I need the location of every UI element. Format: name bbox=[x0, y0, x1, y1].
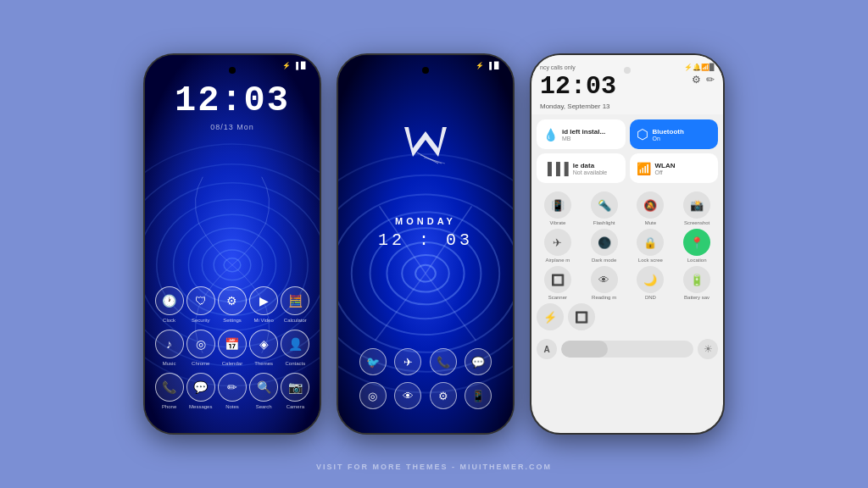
screenshot-label: Screenshot bbox=[684, 220, 709, 225]
app-grid-1: 🕐 Clock 🛡 Security ⚙ Settings ▶ Mi Video bbox=[153, 286, 311, 416]
tile-data[interactable]: 💧 id left instal... MB bbox=[537, 119, 626, 149]
dock-telegram[interactable]: ✈ bbox=[394, 348, 421, 375]
darkmode-label: Dark mode bbox=[592, 258, 616, 263]
bt-icon-2: ⚡ bbox=[476, 62, 484, 69]
toggle-scanner[interactable]: 🔲 Scanner bbox=[537, 266, 579, 300]
lockscreen-label: Lock scree bbox=[638, 258, 663, 263]
phones-container: ⚡ ▐ ▉ 12:03 08/13 Mon 🕐 Clock bbox=[0, 0, 868, 488]
svg-marker-23 bbox=[404, 127, 447, 157]
app-clock-label: Clock bbox=[163, 318, 175, 323]
toggle-dnd[interactable]: 🌙 DND bbox=[630, 266, 672, 300]
dock-browser[interactable]: ◎ bbox=[359, 382, 387, 409]
mute-icon: 🔕 bbox=[637, 191, 664, 219]
watermark: VISIT FOR MORE THEMES - MIUITHEMER.COM bbox=[0, 463, 868, 471]
toggle-flashlight[interactable]: 🔦 Flashlight bbox=[583, 191, 626, 225]
toggle-extra2[interactable]: 🔲 bbox=[568, 303, 595, 330]
dock-twitter[interactable]: 🐦 bbox=[359, 348, 387, 375]
app-chrome[interactable]: ◎ Chrome bbox=[186, 330, 216, 366]
extra2-icon: 🔲 bbox=[568, 303, 595, 330]
brightness-fill bbox=[561, 341, 608, 358]
app-search[interactable]: 🔍 Search bbox=[248, 373, 279, 409]
camera-quick-icon[interactable]: ⚙ bbox=[692, 74, 701, 86]
app-calendar-icon: 📅 bbox=[218, 330, 247, 358]
toggle-airplane[interactable]: ✈ Airplane m bbox=[537, 229, 579, 263]
dock-whatsapp[interactable]: 📱 bbox=[465, 382, 492, 409]
phone1-clock: 12:03 bbox=[145, 80, 320, 121]
app-contacts-label: Contacts bbox=[286, 361, 306, 366]
app-mivideo[interactable]: ▶ Mi Video bbox=[248, 286, 279, 323]
battery-icon: ▉ bbox=[301, 62, 306, 69]
tile-data-sub: MB bbox=[562, 136, 619, 141]
app-clock[interactable]: 🕐 Clock bbox=[154, 286, 185, 323]
w-logo-icon bbox=[400, 123, 451, 165]
toggle-lockscreen[interactable]: 🔒 Lock scree bbox=[630, 229, 672, 263]
dock-facebook[interactable]: 👁 bbox=[394, 382, 421, 409]
app-row-2: ♪ Music ◎ Chrome 📅 Calendar ◈ Themes bbox=[153, 330, 311, 366]
svg-point-3 bbox=[202, 240, 262, 290]
dock-row-2: ◎ 👁 ⚙ 📱 bbox=[338, 382, 513, 409]
app-calculator-label: Calculator bbox=[284, 318, 307, 323]
app-camera-label: Camera bbox=[287, 404, 304, 409]
tile-mobile-sub: Not available bbox=[573, 169, 619, 175]
app-camera[interactable]: 📷 Camera bbox=[280, 373, 310, 409]
app-messages-icon: 💬 bbox=[186, 373, 215, 402]
toggle-mute[interactable]: 🔕 Mute bbox=[630, 191, 672, 225]
toggle-extra1[interactable]: ⚡ bbox=[537, 303, 564, 330]
app-phone-icon: 📞 bbox=[155, 373, 184, 402]
phone3-header-icons: ⚙ ✏ bbox=[692, 74, 715, 86]
notif-text: ncy calls only bbox=[540, 64, 576, 70]
tile-wlan-text: WLAN Off bbox=[655, 162, 712, 175]
dock-messages[interactable]: 💬 bbox=[465, 348, 492, 375]
battery-sav-icon: 🔋 bbox=[683, 266, 710, 293]
app-mivideo-label: Mi Video bbox=[254, 318, 274, 323]
brightness-bar[interactable] bbox=[561, 341, 693, 358]
tile-bluetooth[interactable]: ⬡ Bluetooth On bbox=[630, 119, 719, 149]
app-notes-label: Notes bbox=[225, 404, 239, 409]
status-icons-2: ⚡ ▐ ▉ bbox=[476, 62, 499, 69]
app-security[interactable]: 🛡 Security bbox=[186, 286, 216, 323]
svg-point-12 bbox=[402, 255, 449, 292]
edit-icon[interactable]: ✏ bbox=[706, 74, 715, 86]
scanner-label: Scanner bbox=[548, 295, 567, 300]
brightness-a-button[interactable]: A bbox=[537, 339, 557, 359]
toggle-reading[interactable]: 👁 Reading m bbox=[583, 266, 626, 300]
tile-wlan[interactable]: 📶 WLAN Off bbox=[630, 153, 719, 183]
toggle-screenshot[interactable]: 📸 Screenshot bbox=[676, 191, 718, 225]
app-themes[interactable]: ◈ Themes bbox=[248, 330, 279, 366]
app-row-1: 🕐 Clock 🛡 Security ⚙ Settings ▶ Mi Video bbox=[153, 286, 311, 323]
phone-1-screen: ⚡ ▐ ▉ 12:03 08/13 Mon 🕐 Clock bbox=[145, 55, 320, 433]
dnd-icon: 🌙 bbox=[637, 266, 664, 293]
app-phone[interactable]: 📞 Phone bbox=[154, 373, 185, 409]
bluetooth-icon: ⚡ bbox=[282, 62, 291, 69]
lightning-icon: ⚡ bbox=[537, 303, 564, 330]
toggle-battery[interactable]: 🔋 Battery sav bbox=[676, 266, 718, 300]
tile-bt-label: Bluetooth bbox=[653, 128, 712, 136]
app-messages[interactable]: 💬 Messages bbox=[186, 373, 216, 409]
app-settings-label: Settings bbox=[223, 318, 242, 323]
tile-mobile-text: le data Not available bbox=[573, 162, 619, 175]
toggle-vibrate[interactable]: 📳 Vibrate bbox=[537, 191, 579, 225]
location-icon: 📍 bbox=[683, 229, 710, 256]
app-notes[interactable]: ✏ Notes bbox=[217, 373, 248, 409]
svg-point-11 bbox=[415, 265, 436, 282]
dock-phone[interactable]: 📞 bbox=[430, 348, 457, 375]
app-contacts[interactable]: 👤 Contacts bbox=[280, 330, 310, 366]
tile-bt-text: Bluetooth On bbox=[653, 128, 712, 141]
reading-label: Reading m bbox=[592, 295, 616, 300]
app-music[interactable]: ♪ Music bbox=[154, 330, 185, 366]
toggle-location[interactable]: 📍 Location bbox=[676, 229, 718, 263]
toggle-darkmode[interactable]: 🌑 Dark mode bbox=[583, 229, 626, 263]
app-phone-label: Phone bbox=[162, 404, 176, 409]
tile-mobile-data[interactable]: ▐▐▐ le data Not available bbox=[537, 153, 626, 183]
phone3-header: ncy calls only ⚡🔔📶▉ 12:03 Monday, Septem… bbox=[531, 55, 723, 114]
svg-line-21 bbox=[426, 274, 476, 341]
dock-settings2[interactable]: ⚙ bbox=[430, 382, 457, 409]
svg-point-2 bbox=[214, 250, 251, 280]
vibrate-icon: 📳 bbox=[544, 191, 571, 219]
app-clock-icon: 🕐 bbox=[155, 286, 184, 315]
airplane-icon: ✈ bbox=[544, 229, 571, 256]
app-calendar[interactable]: 📅 Calendar bbox=[217, 330, 248, 366]
app-settings[interactable]: ⚙ Settings bbox=[217, 286, 248, 323]
svg-point-13 bbox=[387, 242, 464, 304]
app-calculator[interactable]: 🧮 Calculator bbox=[280, 286, 310, 323]
